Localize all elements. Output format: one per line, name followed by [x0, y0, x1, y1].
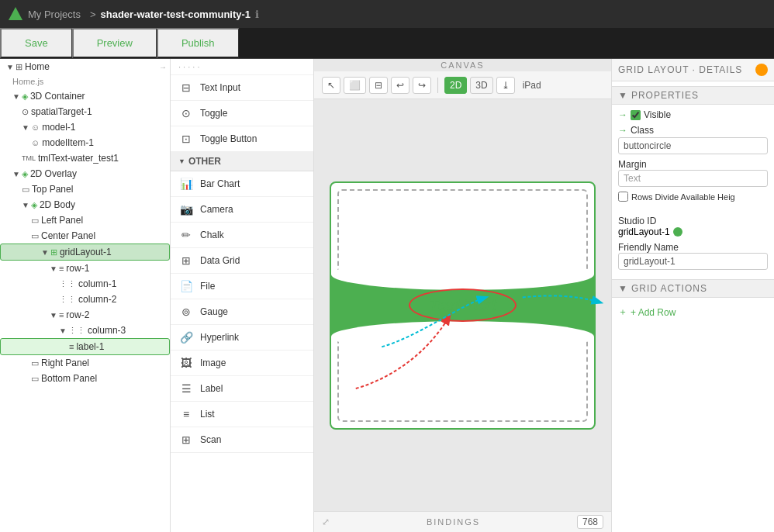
select-tool[interactable]: ↖: [322, 77, 340, 94]
main-layout: ▼ ⊞ Home → Home.js ▼ ◈ 3D Container ⊙ sp…: [0, 59, 774, 532]
save-button[interactable]: Save: [0, 28, 72, 58]
breadcrumb-separator: >: [90, 9, 96, 20]
redo-tool[interactable]: ↪: [413, 77, 431, 94]
tree-item-label1[interactable]: ≡ label-1: [0, 338, 170, 355]
rp-studioid-row: Studio ID gridLayout-1: [618, 216, 768, 237]
comp-item-toggle[interactable]: ⊙ Toggle: [171, 101, 313, 126]
gauge-icon: ⊚: [178, 306, 194, 318]
comp-item-scan[interactable]: ⊞ Scan: [171, 427, 313, 453]
arrow-model1: ▼: [22, 123, 29, 132]
scroll-hint: · · · · ·: [171, 59, 313, 75]
canvas-footer-bindings: BINDINGS: [427, 517, 480, 527]
comp-item-image[interactable]: 🖼 Image: [171, 351, 313, 376]
tree-item-centerpanel[interactable]: ▭ Center Panel: [0, 228, 170, 244]
label1-icon: ≡: [69, 342, 74, 351]
comp-item-file[interactable]: 📄 File: [171, 274, 313, 299]
add-row-button[interactable]: ＋ + Add Row: [618, 302, 768, 322]
copy-tool[interactable]: ⬜: [344, 77, 366, 94]
tree-label-tmltext: tmlText-water_test1: [38, 153, 119, 164]
tree-item-col1[interactable]: ⋮⋮ column-1: [0, 276, 170, 292]
togglebtn-icon: ⊡: [178, 133, 194, 145]
arrow-2dbody: ▼: [22, 201, 29, 209]
comp-label-camera: Camera: [200, 204, 233, 215]
bottompanel-icon: ▭: [31, 374, 39, 384]
comp-item-label[interactable]: ☰ Label: [171, 376, 313, 402]
tree-item-col3[interactable]: ▼ ⋮⋮ column-3: [0, 323, 170, 338]
visible-arrow: →: [618, 109, 627, 120]
publish-button[interactable]: Publish: [157, 28, 239, 58]
comp-item-barchart[interactable]: 📊 Bar Chart: [171, 171, 313, 197]
friendly-name-input[interactable]: [618, 253, 768, 270]
mode-2d-btn[interactable]: 2D: [444, 77, 467, 94]
tree-label-2dbody: 2D Body: [40, 199, 75, 210]
tree-item-modelitem1[interactable]: ☺ modelItem-1: [0, 135, 170, 150]
comp-label-barchart: Bar Chart: [200, 178, 240, 189]
tree-label-homejs: Home.js: [12, 77, 43, 86]
comp-item-gauge[interactable]: ⊚ Gauge: [171, 299, 313, 325]
other-section-arrow: ▼: [178, 157, 185, 165]
comp-label-datagrid: Data Grid: [200, 255, 240, 266]
canvas-area: CANVAS ↖ ⬜ ⊟ ↩ ↪ 2D 3D ⤓ iPad: [314, 59, 611, 532]
tree-item-home[interactable]: ▼ ⊞ Home →: [0, 59, 170, 74]
tree-item-gridlayout1[interactable]: ▼ ⊞ gridLayout-1: [0, 244, 170, 261]
export-tool[interactable]: ⤓: [496, 77, 515, 94]
tree-label-col3: column-3: [88, 325, 126, 336]
preview-button[interactable]: Preview: [72, 28, 157, 58]
tree-item-row1[interactable]: ▼ ≡ row-1: [0, 261, 170, 276]
rows-divide-checkbox[interactable]: [618, 192, 628, 202]
comp-item-list[interactable]: ≡ List: [171, 402, 313, 427]
tree-item-2dbody[interactable]: ▼ ◈ 2D Body: [0, 197, 170, 212]
undo-tool[interactable]: ↩: [391, 77, 409, 94]
tree-label-spatialtarget: spatialTarget-1: [31, 106, 92, 117]
rp-orange-indicator: [755, 64, 768, 76]
tree-item-col2[interactable]: ⋮⋮ column-2: [0, 292, 170, 307]
tree-item-toppanel[interactable]: ▭ Top Panel: [0, 181, 170, 197]
tree-item-leftpanel[interactable]: ▭ Left Panel: [0, 212, 170, 228]
canvas-label: CANVAS: [314, 59, 611, 71]
margin-input[interactable]: [618, 170, 768, 187]
align-tool[interactable]: ⊟: [369, 77, 388, 94]
model-icon: ☺: [31, 123, 40, 132]
camera-icon: 📷: [178, 203, 194, 216]
canvas-footer-num: 768: [577, 515, 603, 529]
tree-item-rightpanel[interactable]: ▭ Right Panel: [0, 355, 170, 371]
tree-item-tmltext[interactable]: TML tmlText-water_test1: [0, 150, 170, 166]
modelitem-icon: ☺: [31, 138, 40, 147]
device-selector[interactable]: iPad: [518, 78, 546, 93]
tree-item-spatialtarget[interactable]: ⊙ spatialTarget-1: [0, 104, 170, 119]
tree-item-row2[interactable]: ▼ ≡ row-2: [0, 307, 170, 323]
comp-label-scan: Scan: [200, 434, 221, 445]
tree-item-3dcontainer[interactable]: ▼ ◈ 3D Container: [0, 88, 170, 104]
mode-3d-btn[interactable]: 3D: [470, 77, 492, 94]
tree-label-leftpanel: Left Panel: [41, 215, 83, 226]
image-icon: 🖼: [178, 357, 194, 369]
comp-item-camera[interactable]: 📷 Camera: [171, 197, 313, 223]
arrow-col3: ▼: [59, 326, 67, 335]
rp-properties-section: ▼ PROPERTIES → Visible → Class Margin: [612, 81, 774, 211]
tree-label-3dcontainer: 3D Container: [30, 91, 85, 102]
class-input[interactable]: [618, 137, 768, 154]
tree-item-model1[interactable]: ▼ ☺ model-1: [0, 119, 170, 135]
arrow-row2: ▼: [50, 311, 57, 320]
info-icon[interactable]: ℹ: [255, 9, 259, 20]
rp-grid-actions-section: ＋ + Add Row: [612, 298, 774, 326]
leftpanel-icon: ▭: [31, 216, 39, 226]
canvas-footer: ⤢ BINDINGS 768: [314, 511, 611, 532]
comp-item-textinput[interactable]: ⊟ Text Input: [171, 75, 313, 101]
class-arrow: →: [618, 125, 627, 136]
tree-item-bottompanel[interactable]: ▭ Bottom Panel: [0, 371, 170, 386]
datagrid-icon: ⊞: [178, 254, 194, 267]
arrow-gridlayout1: ▼: [41, 248, 49, 257]
comp-item-datagrid[interactable]: ⊞ Data Grid: [171, 248, 313, 274]
visible-checkbox[interactable]: [631, 110, 641, 120]
breadcrumb-my-projects[interactable]: My Projects: [28, 9, 81, 20]
comp-item-chalk[interactable]: ✏ Chalk: [171, 223, 313, 248]
tree-item-2doverlay[interactable]: ▼ ◈ 2D Overlay: [0, 166, 170, 181]
tree-label-row1: row-1: [66, 263, 89, 274]
comp-item-togglebtn[interactable]: ⊡ Toggle Button: [171, 126, 313, 152]
arrow-row1: ▼: [50, 264, 57, 273]
row1-icon: ≡: [59, 264, 64, 273]
rows-divide-label: Rows Divide Available Heig: [631, 192, 735, 202]
comp-item-hyperlink[interactable]: 🔗 Hyperlink: [171, 325, 313, 351]
cube-icon: ◈: [22, 92, 28, 102]
